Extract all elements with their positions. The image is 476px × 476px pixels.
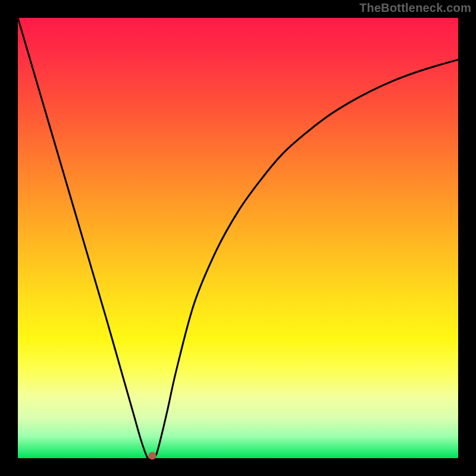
plot-area	[18, 18, 458, 458]
chart-frame: TheBottleneck.com	[0, 0, 476, 476]
watermark-text: TheBottleneck.com	[359, 1, 471, 15]
bottleneck-curve	[18, 18, 458, 458]
minimum-marker-icon	[148, 452, 156, 460]
curve-svg	[18, 18, 458, 458]
